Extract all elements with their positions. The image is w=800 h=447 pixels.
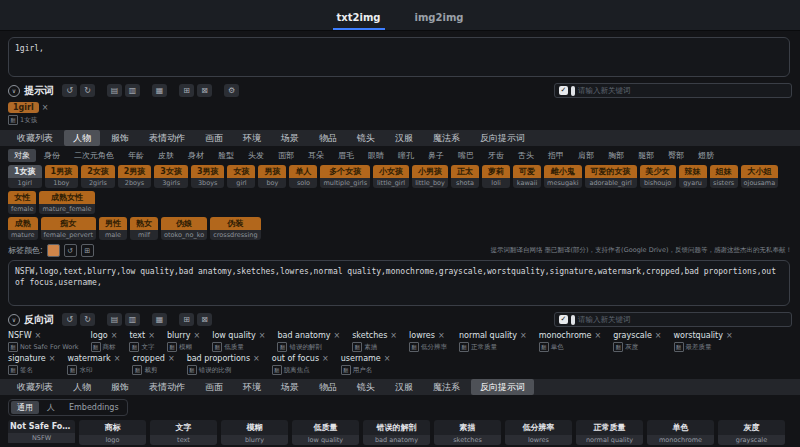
negative-tag[interactable]: low quality × 翻 低质量 <box>212 331 265 352</box>
person-subtab[interactable]: 面部 <box>272 149 300 162</box>
remove-tag-icon[interactable]: × <box>333 331 340 340</box>
person-subtab[interactable]: 年龄 <box>122 149 150 162</box>
keyword-button[interactable]: 伪娘 otoko_no_ko <box>161 217 207 240</box>
person-subtab[interactable]: 臀部 <box>662 149 690 162</box>
remove-tag-icon[interactable]: × <box>168 354 175 363</box>
keyword-button[interactable]: 大小姐 ojousama <box>741 165 779 188</box>
category-tab[interactable]: 服饰 <box>102 379 138 395</box>
person-subtab[interactable]: 眉毛 <box>332 149 360 162</box>
negative-keyword-card[interactable]: 低分辨率 lowres <box>505 420 572 445</box>
category-tab[interactable]: 物品 <box>310 379 346 395</box>
keyword-button[interactable]: 女性 female <box>8 191 36 214</box>
keyword-button[interactable]: 可爱的女孩 adorable_girl <box>585 165 637 188</box>
remove-tag-icon[interactable]: × <box>114 354 121 363</box>
remove-tag-icon[interactable]: × <box>322 354 329 363</box>
toolbar-icon[interactable]: ▦ <box>152 84 167 97</box>
category-tab[interactable]: 物品 <box>310 130 346 146</box>
person-subtab[interactable]: 二次元角色 <box>68 149 120 162</box>
tab-img2img[interactable]: img2img <box>411 6 468 30</box>
negative-keyword-card[interactable]: 错误的解剖 bad anatomy <box>363 420 430 445</box>
person-subtab[interactable]: 对象 <box>8 149 36 162</box>
keyword-button[interactable]: 雌小鬼 mesugaki <box>544 165 582 188</box>
toggle-handle-icon[interactable] <box>571 86 575 96</box>
person-subtab[interactable]: 指甲 <box>542 149 570 162</box>
keyword-button[interactable]: 成熟女性 mature_female <box>39 191 94 214</box>
remove-tag-icon[interactable]: × <box>726 331 733 340</box>
person-subtab[interactable]: 皮肤 <box>152 149 180 162</box>
category-tab[interactable]: 表情动作 <box>140 130 194 146</box>
category-tab[interactable]: 场景 <box>272 379 308 395</box>
category-tab[interactable]: 收藏列表 <box>8 130 62 146</box>
toolbar-icon[interactable]: ⊞ <box>179 84 194 97</box>
person-subtab[interactable]: 瞳孔 <box>392 149 420 162</box>
remove-tag-icon[interactable]: × <box>438 331 445 340</box>
category-tab[interactable]: 环境 <box>234 130 270 146</box>
person-subtab[interactable]: 嘴巴 <box>452 149 480 162</box>
keyword-checkbox[interactable]: ✓ <box>559 86 568 95</box>
negative-keyword-card[interactable]: 低质量 low quality <box>292 420 359 445</box>
person-subtab[interactable]: 身材 <box>182 149 210 162</box>
negative-tag[interactable]: NSFW × 翻 Not Safe For Work <box>8 331 79 352</box>
category-tab[interactable]: 魔法系 <box>424 130 469 146</box>
negative-subtab[interactable]: 人 <box>41 401 61 414</box>
person-subtab[interactable]: 肩部 <box>572 149 600 162</box>
keyword-button[interactable]: 伪装 crossdressing <box>210 217 260 240</box>
keyword-button[interactable]: 可爱 kawaii <box>513 165 541 188</box>
category-tab[interactable]: 场景 <box>272 130 308 146</box>
category-tab[interactable]: 服饰 <box>102 130 138 146</box>
negative-keyword-card[interactable]: 正常质量 normal quality <box>576 420 643 445</box>
negative-tag[interactable]: lowres × 翻 低分辨率 <box>409 331 447 352</box>
category-tab[interactable]: 反向提示词 <box>471 379 534 395</box>
tag-color-swatch[interactable] <box>47 244 60 257</box>
category-tab[interactable]: 人物 <box>64 379 100 395</box>
remove-tag-icon[interactable]: × <box>520 331 527 340</box>
remove-tag-icon[interactable]: × <box>49 354 56 363</box>
negative-keyword-card[interactable]: 模糊 blurry <box>221 420 288 445</box>
toolbar-icon[interactable]: ⊞ <box>179 313 194 326</box>
negative-tag[interactable]: grayscale × 翻 灰度 <box>613 331 661 352</box>
remove-tag-icon[interactable]: × <box>384 354 391 363</box>
keyword-button[interactable]: 单人 solo <box>289 165 317 188</box>
collapse-prompt-icon[interactable]: ∨ <box>8 85 20 97</box>
tab-txt2img[interactable]: txt2img <box>333 6 385 30</box>
toolbar-icon[interactable]: ▤ <box>107 313 122 326</box>
remove-tag-icon[interactable]: × <box>253 354 260 363</box>
negative-tag[interactable]: text × 翻 文字 <box>129 331 155 352</box>
toolbar-icon[interactable]: ▥ <box>125 313 140 326</box>
remove-tag-icon[interactable]: × <box>390 331 397 340</box>
person-subtab[interactable]: 脸型 <box>212 149 240 162</box>
keyword-button[interactable]: 美少女 bishoujo <box>640 165 676 188</box>
prompt-tag[interactable]: 1girl × 翻 1女孩 <box>8 102 48 125</box>
negative-tag[interactable]: worstquality × 翻 最差质量 <box>674 331 733 352</box>
keyword-button[interactable]: 3男孩 3boys <box>191 165 225 188</box>
toolbar-icon[interactable]: ⊠ <box>197 84 212 97</box>
negative-tag[interactable]: bad proportions × 翻 错误的比例 <box>187 354 260 375</box>
reset-color-icon[interactable]: ↺ <box>64 244 77 257</box>
copy-color-icon[interactable]: ⊞ <box>81 244 94 257</box>
category-tab[interactable]: 画面 <box>196 130 232 146</box>
negative-keyword-card[interactable]: 文字 text <box>150 420 217 445</box>
new-keyword-input[interactable]: ✓ 请输入新关键词 <box>554 83 792 98</box>
negative-tag[interactable]: watermark × 翻 水印 <box>67 354 120 375</box>
negative-tag[interactable]: signature × 翻 签名 <box>8 354 55 375</box>
person-subtab[interactable]: 腿部 <box>632 149 660 162</box>
keyword-button[interactable]: 痴女 female_pervert <box>41 217 97 240</box>
person-subtab[interactable]: 胸部 <box>602 149 630 162</box>
category-tab[interactable]: 收藏列表 <box>8 379 62 395</box>
remove-tag-icon[interactable]: × <box>595 331 602 340</box>
category-tab[interactable]: 画面 <box>196 379 232 395</box>
keyword-button[interactable]: 男孩 boy <box>258 165 286 188</box>
person-subtab[interactable]: 耳朵 <box>302 149 330 162</box>
keyword-button[interactable]: 熟女 milf <box>130 217 158 240</box>
category-tab[interactable]: 环境 <box>234 379 270 395</box>
toolbar-icon[interactable]: ↺ <box>62 84 77 97</box>
person-subtab[interactable]: 鼻子 <box>422 149 450 162</box>
toolbar-icon[interactable]: ↻ <box>80 313 95 326</box>
keyword-button[interactable]: 萝莉 loli <box>482 165 510 188</box>
keyword-button[interactable]: 姐妹 sisters <box>710 165 738 188</box>
negative-keyword-card[interactable]: 商标 logo <box>79 420 146 445</box>
toolbar-icon[interactable]: ▥ <box>125 84 140 97</box>
remove-tag-icon[interactable]: × <box>655 331 662 340</box>
keyword-button[interactable]: 小女孩 little_girl <box>373 165 409 188</box>
negative-tag[interactable]: logo × 翻 商标 <box>91 331 118 352</box>
